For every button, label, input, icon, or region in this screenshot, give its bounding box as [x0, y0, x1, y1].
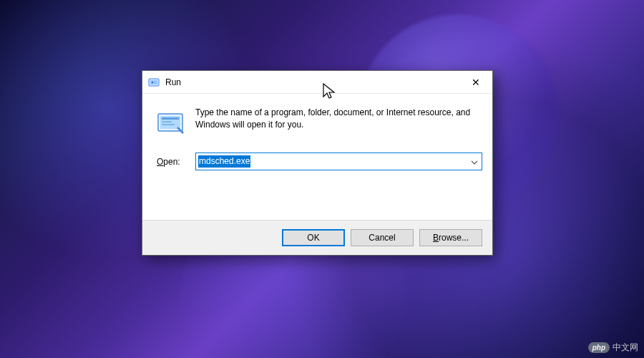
- watermark-badge: php: [588, 342, 610, 353]
- open-combobox[interactable]: mdsched.exe: [195, 153, 482, 170]
- run-program-icon: [157, 108, 185, 137]
- svg-rect-5: [162, 121, 172, 122]
- run-titlebar-icon: [148, 77, 160, 88]
- watermark: php 中文网: [588, 342, 638, 354]
- open-label: Open:: [157, 157, 185, 167]
- svg-rect-1: [150, 80, 157, 84]
- instruction-text: Type the name of a program, folder, docu…: [195, 107, 482, 132]
- titlebar[interactable]: Run ✕: [142, 71, 492, 94]
- close-button[interactable]: ✕: [459, 71, 492, 94]
- svg-rect-4: [162, 117, 179, 120]
- button-bar: OK Cancel Browse...: [142, 220, 492, 255]
- open-input-selection: mdsched.exe: [198, 155, 250, 168]
- browse-button[interactable]: Browse...: [419, 229, 482, 246]
- cancel-button[interactable]: Cancel: [351, 229, 414, 246]
- dialog-body: Type the name of a program, folder, docu…: [142, 94, 492, 220]
- run-dialog: Run ✕ Type the name of a program, folder…: [142, 70, 493, 256]
- watermark-text: 中文网: [613, 342, 638, 354]
- dialog-title: Run: [165, 77, 459, 87]
- ok-button[interactable]: OK: [282, 229, 345, 246]
- close-icon: ✕: [472, 77, 480, 88]
- svg-rect-6: [162, 124, 175, 125]
